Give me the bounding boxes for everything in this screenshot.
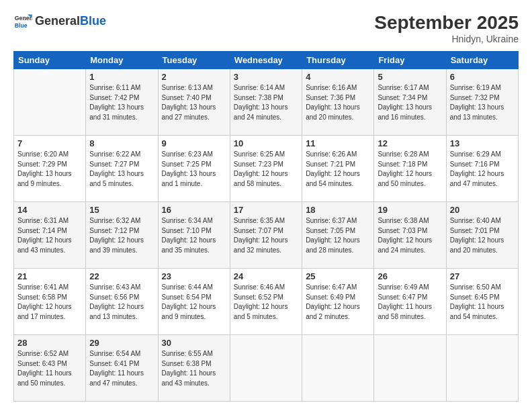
day-number: 27	[450, 271, 515, 281]
logo-blue-text: Blue	[80, 15, 106, 28]
calendar-header-row: SundayMondayTuesdayWednesdayThursdayFrid…	[14, 52, 519, 69]
calendar-week-row: 21Sunrise: 6:41 AMSunset: 6:58 PMDayligh…	[14, 269, 519, 335]
day-info: Sunrise: 6:31 AMSunset: 7:14 PMDaylight:…	[17, 216, 82, 255]
title-block: September 2025 Hnidyn, Ukraine	[374, 12, 519, 44]
day-info: Sunrise: 6:40 AMSunset: 7:01 PMDaylight:…	[450, 216, 515, 255]
calendar-cell: 25Sunrise: 6:47 AMSunset: 6:49 PMDayligh…	[302, 269, 374, 335]
calendar-cell: 1Sunrise: 6:11 AMSunset: 7:42 PMDaylight…	[86, 69, 158, 136]
calendar-cell: 27Sunrise: 6:50 AMSunset: 6:45 PMDayligh…	[446, 269, 518, 335]
day-info: Sunrise: 6:35 AMSunset: 7:07 PMDaylight:…	[234, 216, 298, 255]
day-number: 20	[450, 205, 515, 215]
weekday-header-tuesday: Tuesday	[158, 52, 230, 69]
day-info: Sunrise: 6:13 AMSunset: 7:40 PMDaylight:…	[162, 83, 226, 122]
day-number: 4	[306, 72, 370, 82]
calendar-cell: 20Sunrise: 6:40 AMSunset: 7:01 PMDayligh…	[446, 202, 518, 269]
calendar-cell: 12Sunrise: 6:28 AMSunset: 7:18 PMDayligh…	[374, 136, 446, 202]
day-number: 3	[234, 72, 298, 82]
svg-text:Blue: Blue	[15, 22, 28, 29]
weekday-header-thursday: Thursday	[302, 52, 374, 69]
day-number: 16	[162, 205, 226, 215]
day-info: Sunrise: 6:37 AMSunset: 7:05 PMDaylight:…	[306, 216, 370, 255]
calendar-week-row: 14Sunrise: 6:31 AMSunset: 7:14 PMDayligh…	[14, 202, 519, 269]
calendar-cell: 28Sunrise: 6:52 AMSunset: 6:43 PMDayligh…	[14, 335, 86, 402]
day-number: 10	[234, 138, 298, 148]
weekday-header-saturday: Saturday	[446, 52, 518, 69]
calendar-cell: 9Sunrise: 6:23 AMSunset: 7:25 PMDaylight…	[158, 136, 230, 202]
day-number: 14	[17, 205, 82, 215]
calendar-cell: 6Sunrise: 6:19 AMSunset: 7:32 PMDaylight…	[446, 69, 518, 136]
calendar-cell: 21Sunrise: 6:41 AMSunset: 6:58 PMDayligh…	[14, 269, 86, 335]
calendar-cell: 15Sunrise: 6:32 AMSunset: 7:12 PMDayligh…	[86, 202, 158, 269]
day-info: Sunrise: 6:38 AMSunset: 7:03 PMDaylight:…	[378, 216, 442, 255]
calendar-cell: 23Sunrise: 6:44 AMSunset: 6:54 PMDayligh…	[158, 269, 230, 335]
calendar-cell: 10Sunrise: 6:25 AMSunset: 7:23 PMDayligh…	[230, 136, 302, 202]
calendar-cell	[302, 335, 374, 402]
day-number: 25	[306, 271, 370, 281]
logo: General Blue GeneralBlue	[13, 12, 106, 31]
day-number: 9	[162, 138, 226, 148]
calendar-cell: 16Sunrise: 6:34 AMSunset: 7:10 PMDayligh…	[158, 202, 230, 269]
day-info: Sunrise: 6:28 AMSunset: 7:18 PMDaylight:…	[378, 150, 442, 189]
header: General Blue GeneralBlue September 2025 …	[13, 12, 519, 44]
day-number: 13	[450, 138, 515, 148]
day-info: Sunrise: 6:26 AMSunset: 7:21 PMDaylight:…	[306, 150, 370, 189]
day-number: 19	[378, 205, 442, 215]
day-info: Sunrise: 6:50 AMSunset: 6:45 PMDaylight:…	[450, 283, 515, 322]
calendar-week-row: 1Sunrise: 6:11 AMSunset: 7:42 PMDaylight…	[14, 69, 519, 136]
location: Hnidyn, Ukraine	[374, 34, 519, 44]
calendar-cell: 26Sunrise: 6:49 AMSunset: 6:47 PMDayligh…	[374, 269, 446, 335]
calendar-cell: 7Sunrise: 6:20 AMSunset: 7:29 PMDaylight…	[14, 136, 86, 202]
logo-icon: General Blue	[13, 12, 32, 31]
day-number: 15	[89, 205, 154, 215]
day-info: Sunrise: 6:44 AMSunset: 6:54 PMDaylight:…	[162, 283, 226, 322]
day-number: 6	[450, 72, 515, 82]
calendar-cell: 17Sunrise: 6:35 AMSunset: 7:07 PMDayligh…	[230, 202, 302, 269]
day-number: 28	[17, 338, 82, 348]
weekday-header-friday: Friday	[374, 52, 446, 69]
calendar-week-row: 7Sunrise: 6:20 AMSunset: 7:29 PMDaylight…	[14, 136, 519, 202]
calendar-cell	[14, 69, 86, 136]
day-info: Sunrise: 6:41 AMSunset: 6:58 PMDaylight:…	[17, 283, 82, 322]
day-number: 11	[306, 138, 370, 148]
calendar-cell: 8Sunrise: 6:22 AMSunset: 7:27 PMDaylight…	[86, 136, 158, 202]
day-info: Sunrise: 6:55 AMSunset: 6:38 PMDaylight:…	[162, 349, 226, 388]
day-number: 5	[378, 72, 442, 82]
day-number: 12	[378, 138, 442, 148]
day-number: 26	[378, 271, 442, 281]
day-number: 7	[17, 138, 82, 148]
day-info: Sunrise: 6:22 AMSunset: 7:27 PMDaylight:…	[89, 150, 154, 189]
day-info: Sunrise: 6:29 AMSunset: 7:16 PMDaylight:…	[450, 150, 515, 189]
day-info: Sunrise: 6:16 AMSunset: 7:36 PMDaylight:…	[306, 83, 370, 122]
day-number: 8	[89, 138, 154, 148]
calendar-cell: 18Sunrise: 6:37 AMSunset: 7:05 PMDayligh…	[302, 202, 374, 269]
calendar-cell: 22Sunrise: 6:43 AMSunset: 6:56 PMDayligh…	[86, 269, 158, 335]
calendar-week-row: 28Sunrise: 6:52 AMSunset: 6:43 PMDayligh…	[14, 335, 519, 402]
day-info: Sunrise: 6:23 AMSunset: 7:25 PMDaylight:…	[162, 150, 226, 189]
day-number: 21	[17, 271, 82, 281]
calendar-cell: 29Sunrise: 6:54 AMSunset: 6:41 PMDayligh…	[86, 335, 158, 402]
calendar-cell: 2Sunrise: 6:13 AMSunset: 7:40 PMDaylight…	[158, 69, 230, 136]
day-info: Sunrise: 6:52 AMSunset: 6:43 PMDaylight:…	[17, 349, 82, 388]
calendar-cell: 4Sunrise: 6:16 AMSunset: 7:36 PMDaylight…	[302, 69, 374, 136]
calendar-cell: 11Sunrise: 6:26 AMSunset: 7:21 PMDayligh…	[302, 136, 374, 202]
logo-general-text: General	[35, 15, 80, 28]
day-info: Sunrise: 6:20 AMSunset: 7:29 PMDaylight:…	[17, 150, 82, 189]
day-info: Sunrise: 6:49 AMSunset: 6:47 PMDaylight:…	[378, 283, 442, 322]
day-info: Sunrise: 6:11 AMSunset: 7:42 PMDaylight:…	[89, 83, 154, 122]
page: General Blue GeneralBlue September 2025 …	[0, 0, 532, 411]
day-info: Sunrise: 6:47 AMSunset: 6:49 PMDaylight:…	[306, 283, 370, 322]
calendar-cell: 3Sunrise: 6:14 AMSunset: 7:38 PMDaylight…	[230, 69, 302, 136]
day-number: 22	[89, 271, 154, 281]
day-info: Sunrise: 6:19 AMSunset: 7:32 PMDaylight:…	[450, 83, 515, 122]
calendar-table: SundayMondayTuesdayWednesdayThursdayFrid…	[13, 51, 519, 402]
day-number: 18	[306, 205, 370, 215]
day-number: 17	[234, 205, 298, 215]
day-info: Sunrise: 6:54 AMSunset: 6:41 PMDaylight:…	[89, 349, 154, 388]
weekday-header-monday: Monday	[86, 52, 158, 69]
day-info: Sunrise: 6:25 AMSunset: 7:23 PMDaylight:…	[234, 150, 298, 189]
day-number: 2	[162, 72, 226, 82]
calendar-cell: 5Sunrise: 6:17 AMSunset: 7:34 PMDaylight…	[374, 69, 446, 136]
day-number: 24	[234, 271, 298, 281]
day-number: 1	[89, 72, 154, 82]
day-info: Sunrise: 6:32 AMSunset: 7:12 PMDaylight:…	[89, 216, 154, 255]
